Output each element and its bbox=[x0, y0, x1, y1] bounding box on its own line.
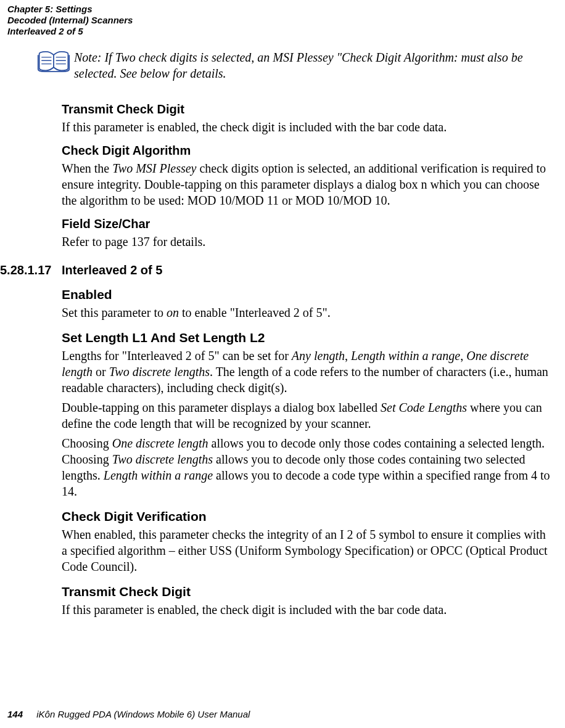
heading-check-digit-verification: Check Digit Verification bbox=[62, 509, 553, 524]
heading-transmit-check-digit-2: Transmit Check Digit bbox=[62, 584, 553, 599]
em-length-within-range-2: Length within a range bbox=[104, 468, 213, 482]
para-transmit-check-digit-2: If this parameter is enabled, the check … bbox=[62, 602, 553, 618]
para-check-digit-algorithm: When the Two MSI Plessey check digits op… bbox=[62, 160, 553, 208]
text: Double-tapping on this parameter display… bbox=[62, 401, 381, 414]
text: Lengths for "Interleaved 2 of 5" can be … bbox=[62, 349, 292, 362]
header-line-3: Interleaved 2 of 5 bbox=[7, 26, 133, 37]
header-line-1: Chapter 5: Settings bbox=[7, 4, 133, 15]
para-enabled: Set this parameter to on to enable "Inte… bbox=[62, 305, 553, 321]
em-length-within-range-1: Length within a range bbox=[351, 349, 460, 362]
para-field-size-char: Refer to page 137 for details. bbox=[62, 234, 553, 250]
para-set-length-2: Double-tapping on this parameter display… bbox=[62, 399, 553, 431]
text: Set this parameter to bbox=[62, 306, 167, 319]
text: , bbox=[345, 349, 351, 362]
text: or bbox=[93, 365, 109, 378]
em-any-length: Any length bbox=[292, 349, 345, 362]
section-number: 5.28.1.17 bbox=[0, 263, 51, 277]
section-heading-row: 5.28.1.17 Interleaved 2 of 5 bbox=[62, 263, 553, 277]
para-set-length-3: Choosing One discrete length allows you … bbox=[62, 435, 553, 499]
em-two-msi-plessey: Two MSI Plessey bbox=[112, 162, 196, 175]
text: , bbox=[460, 349, 466, 362]
para-transmit-check-digit-1: If this parameter is enabled, the check … bbox=[62, 119, 553, 135]
section-title: Interleaved 2 of 5 bbox=[62, 263, 162, 277]
note-label: Note: bbox=[74, 51, 101, 64]
em-two-discrete-lengths-1: Two discrete lengths bbox=[109, 365, 210, 378]
em-set-code-lengths: Set Code Lengths bbox=[381, 401, 467, 414]
text: When the bbox=[62, 162, 112, 175]
note-block: Note: If Two check digits is selected, a… bbox=[37, 49, 553, 81]
para-check-digit-verification: When enabled, this parameter checks the … bbox=[62, 526, 553, 575]
text: Choosing bbox=[62, 436, 112, 450]
book-icon bbox=[37, 49, 74, 77]
text: to enable "Interleaved 2 of 5". bbox=[179, 306, 331, 319]
content-area: Transmit Check Digit If this parameter i… bbox=[62, 94, 553, 621]
em-one-discrete-length-2: One discrete length bbox=[112, 436, 208, 450]
note-body: If Two check digits is selected, an MSI … bbox=[74, 51, 523, 80]
heading-set-length: Set Length L1 And Set Length L2 bbox=[62, 330, 553, 345]
em-on: on bbox=[167, 306, 179, 319]
heading-field-size-char: Field Size/Char bbox=[62, 217, 553, 231]
page: Chapter 5: Settings Decoded (Internal) S… bbox=[0, 0, 565, 728]
header-line-2: Decoded (Internal) Scanners bbox=[7, 15, 133, 26]
page-number: 144 bbox=[7, 709, 23, 719]
running-header: Chapter 5: Settings Decoded (Internal) S… bbox=[7, 4, 133, 37]
heading-check-digit-algorithm: Check Digit Algorithm bbox=[62, 144, 553, 158]
heading-transmit-check-digit-1: Transmit Check Digit bbox=[62, 102, 553, 117]
note-text: Note: If Two check digits is selected, a… bbox=[74, 49, 553, 81]
em-two-discrete-lengths-2: Two discrete lengths bbox=[112, 452, 213, 466]
heading-enabled: Enabled bbox=[62, 287, 553, 302]
para-set-length-1: Lengths for "Interleaved 2 of 5" can be … bbox=[62, 348, 553, 396]
running-footer: 144 iKôn Rugged PDA (Windows Mobile 6) U… bbox=[7, 709, 250, 719]
footer-title: iKôn Rugged PDA (Windows Mobile 6) User … bbox=[36, 709, 250, 719]
